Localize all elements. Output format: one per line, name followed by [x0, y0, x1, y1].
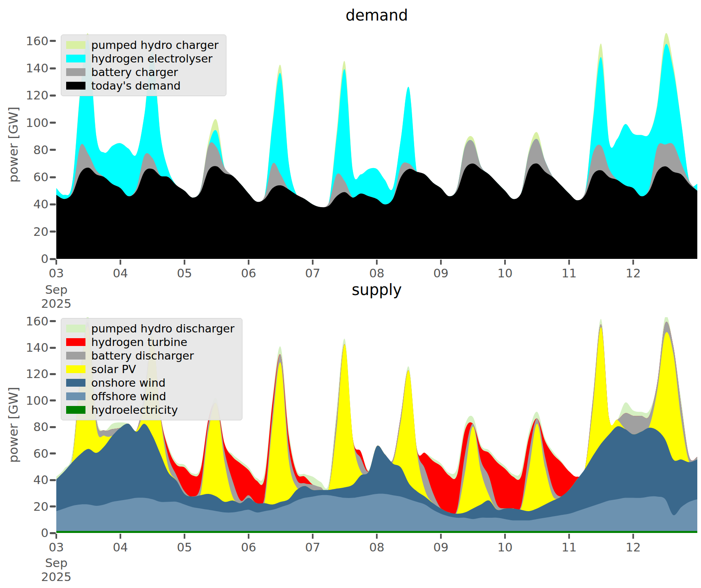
- legend-swatch-pumped-hydro-discharger: [66, 325, 85, 332]
- x-tick-mark: [504, 534, 506, 539]
- y-tick-mark: [50, 231, 56, 233]
- legend-item-offshore-wind: offshore wind: [66, 390, 235, 403]
- y-tick-mark: [50, 505, 56, 507]
- legend-label-battery-charger: battery charger: [91, 66, 178, 78]
- x-tick-label-11: 11: [562, 266, 577, 280]
- legend-item-battery-discharger: battery discharger: [66, 349, 235, 362]
- x-tick-mark: [120, 260, 121, 265]
- legend-swatch-pumped-hydro-charger: [66, 41, 85, 49]
- x-tick-label-03: 03: [49, 540, 64, 554]
- y-tick-mark: [50, 532, 56, 534]
- x-tick-label-04: 04: [113, 266, 128, 280]
- legend-label-pumped-hydro-charger: pumped hydro charger: [91, 39, 219, 51]
- legend-item-hydrogen-turbine: hydrogen turbine: [66, 335, 235, 349]
- legend-swatch-hydroelectricity: [66, 406, 85, 414]
- legend-label-hydrogen-electrolyser: hydrogen electrolyser: [91, 52, 212, 65]
- legend-label-hydroelectricity: hydroelectricity: [91, 404, 178, 416]
- y-tick-mark: [50, 122, 56, 124]
- x-tick-mark: [248, 260, 249, 265]
- x-tick-label-10: 10: [498, 266, 513, 280]
- x-tick-label-03: 03: [49, 266, 64, 280]
- supply-x-axis-month-label: Sep: [45, 556, 68, 570]
- y-tick-label-0: 0: [3, 252, 48, 266]
- x-tick-label-12: 12: [626, 540, 641, 554]
- x-tick-label-06: 06: [241, 266, 256, 280]
- supply-x-axis-year-label: 2025: [41, 570, 71, 584]
- y-tick-label-140: 140: [3, 341, 48, 355]
- y-tick-label-60: 60: [3, 447, 48, 461]
- legend-label-solar-pv: solar PV: [91, 363, 136, 376]
- legend-label-offshore-wind: offshore wind: [91, 390, 166, 403]
- y-tick-label-120: 120: [3, 367, 48, 381]
- x-tick-label-08: 08: [369, 266, 385, 280]
- x-tick-mark: [632, 260, 634, 265]
- x-tick-label-12: 12: [626, 266, 641, 280]
- y-tick-label-40: 40: [3, 473, 48, 487]
- y-tick-label-40: 40: [3, 197, 48, 211]
- y-tick-mark: [50, 176, 56, 178]
- x-tick-label-06: 06: [241, 540, 256, 554]
- x-tick-mark: [55, 534, 57, 539]
- x-tick-mark: [184, 260, 185, 265]
- y-tick-mark: [50, 426, 56, 428]
- y-tick-label-60: 60: [3, 170, 48, 184]
- x-tick-label-11: 11: [562, 540, 577, 554]
- y-tick-mark: [50, 373, 56, 375]
- y-tick-mark: [50, 479, 56, 481]
- x-tick-mark: [568, 260, 570, 265]
- y-tick-label-160: 160: [3, 34, 48, 48]
- y-tick-label-100: 100: [3, 116, 48, 130]
- y-tick-mark: [50, 203, 56, 205]
- x-tick-mark: [568, 534, 570, 539]
- legend-item-battery-charger: battery charger: [66, 65, 219, 79]
- x-tick-label-08: 08: [369, 540, 385, 554]
- legend-swatch-battery-discharger: [66, 352, 85, 360]
- legend-label-onshore-wind: onshore wind: [91, 376, 166, 389]
- demand-legend: pumped hydro chargerhydrogen electrolyse…: [61, 35, 226, 96]
- legend-item-onshore-wind: onshore wind: [66, 376, 235, 390]
- demand-x-axis-year-label: 2025: [41, 297, 71, 311]
- legend-swatch-onshore-wind: [66, 379, 85, 387]
- x-tick-label-09: 09: [434, 266, 449, 280]
- y-tick-mark: [50, 40, 56, 42]
- y-tick-label-80: 80: [3, 143, 48, 157]
- legend-swatch-offshore-wind: [66, 392, 85, 400]
- y-tick-mark: [50, 95, 56, 97]
- legend-label-pumped-hydro-discharger: pumped hydro discharger: [91, 322, 235, 335]
- x-tick-mark: [184, 534, 185, 539]
- legend-swatch-hydrogen-electrolyser: [66, 55, 85, 62]
- y-tick-mark: [50, 320, 56, 322]
- legend-item-hydroelectricity: hydroelectricity: [66, 403, 235, 417]
- x-tick-label-07: 07: [305, 266, 321, 280]
- demand-chart-title: demand: [346, 7, 408, 24]
- legend-item-solar-pv: solar PV: [66, 362, 235, 376]
- legend-item-hydrogen-electrolyser: hydrogen electrolyser: [66, 52, 219, 65]
- legend-swatch-battery-charger: [66, 68, 85, 76]
- y-tick-label-20: 20: [3, 500, 48, 514]
- x-tick-mark: [120, 534, 121, 539]
- x-tick-label-09: 09: [434, 540, 449, 554]
- demand-x-axis-month-label: Sep: [45, 283, 68, 297]
- y-tick-label-0: 0: [3, 526, 48, 540]
- figure: demand power [GW] 0204060801001201401600…: [0, 0, 701, 588]
- y-tick-label-100: 100: [3, 394, 48, 408]
- x-tick-mark: [376, 534, 378, 539]
- y-tick-mark: [50, 67, 56, 69]
- legend-swatch-solar-pv: [66, 365, 85, 373]
- legend-label-todays-demand: today's demand: [91, 79, 181, 92]
- legend-label-hydrogen-turbine: hydrogen turbine: [91, 336, 187, 348]
- x-tick-mark: [55, 260, 57, 265]
- y-tick-mark: [50, 452, 56, 454]
- legend-item-pumped-hydro-charger: pumped hydro charger: [66, 38, 219, 52]
- y-tick-label-20: 20: [3, 225, 48, 239]
- x-tick-mark: [312, 260, 314, 265]
- y-tick-label-120: 120: [3, 88, 48, 102]
- y-tick-mark: [50, 347, 56, 349]
- legend-item-todays-demand: today's demand: [66, 79, 219, 92]
- x-tick-label-07: 07: [305, 540, 321, 554]
- x-tick-mark: [632, 534, 634, 539]
- x-tick-label-04: 04: [113, 540, 128, 554]
- hydroelectricity-area: [56, 531, 697, 533]
- x-tick-mark: [440, 534, 442, 539]
- y-tick-label-160: 160: [3, 314, 48, 328]
